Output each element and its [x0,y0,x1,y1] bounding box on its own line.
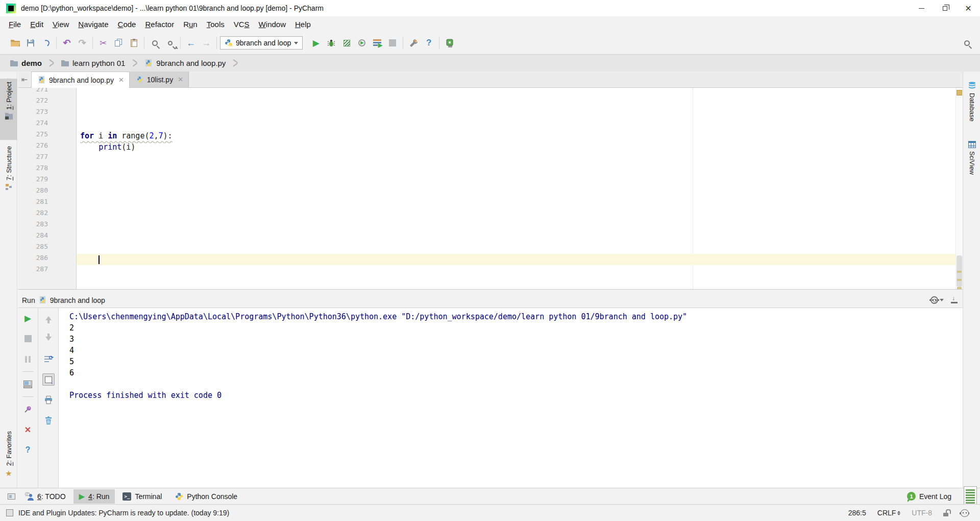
line-separator-select[interactable]: CRLF [877,509,901,517]
toolwindow-terminal[interactable]: >_ Terminal [117,490,167,503]
tool-window-switcher-icon[interactable] [5,490,17,503]
sidebar-item-project[interactable]: 1: Project [0,79,17,140]
menu-navigate[interactable]: Navigate [74,18,113,31]
replace-icon[interactable]: A [164,37,176,49]
stop-process-button[interactable] [22,333,34,345]
forward-icon[interactable]: → [200,37,212,49]
paste-icon[interactable] [128,37,140,49]
copy-icon[interactable] [112,37,125,49]
sync-icon[interactable] [40,37,52,49]
sidebar-item-database[interactable]: Database [963,79,980,135]
code-line[interactable] [77,108,955,119]
menu-help[interactable]: Help [290,18,315,31]
code-line[interactable] [77,164,955,175]
close-button[interactable]: ✕ [957,0,980,16]
close-panel-button[interactable]: ✕ [22,423,34,436]
run-settings-button[interactable] [930,296,944,304]
settings-wrench-icon[interactable] [407,37,420,49]
code-line[interactable] [77,119,955,130]
scroll-tabs-left-icon[interactable]: ⇤ [18,72,31,87]
breadcrumb-folder[interactable]: learn python 01 [58,59,128,67]
cut-icon[interactable]: ✂ [97,37,109,49]
menu-edit[interactable]: Edit [26,18,48,31]
menu-file[interactable]: File [4,18,26,31]
line-number[interactable]: 281 [18,198,76,209]
menu-window[interactable]: Window [254,18,290,31]
code-line[interactable] [77,220,955,231]
redo-icon[interactable]: ↷ [76,37,88,49]
menu-view[interactable]: View [48,18,74,31]
inspection-indicator[interactable] [957,90,962,96]
editor-scrollbar[interactable] [955,88,963,289]
code-line[interactable]: print(i) [77,141,955,153]
run-button[interactable]: ▶ [310,37,322,49]
line-number[interactable]: 275 [18,130,76,141]
restore-button[interactable] [933,0,957,16]
open-folder-icon[interactable] [9,37,21,49]
search-everywhere-icon[interactable] [961,37,973,49]
line-number[interactable]: 283 [18,220,76,231]
find-icon[interactable] [149,37,161,49]
code-line[interactable] [77,209,955,220]
sidebar-item-sciview[interactable]: SciView [963,138,980,189]
pause-output-button[interactable] [22,353,34,365]
line-number[interactable]: 271 [18,88,76,97]
menu-refactor[interactable]: Refactor [140,18,179,31]
run-configuration-select[interactable]: 9branch and loop [220,36,303,50]
update-indicator[interactable] [964,486,977,507]
profiler-button[interactable]: ▶ [356,37,368,49]
code-line[interactable] [77,265,955,276]
line-number[interactable]: 284 [18,231,76,243]
menu-run[interactable]: Run [179,18,202,31]
run-with-configurations-icon[interactable]: ▶ [371,37,383,49]
back-icon[interactable]: ← [185,37,197,49]
hide-panel-icon[interactable] [951,297,958,303]
breadcrumb-file[interactable]: 9branch and loop.py [141,59,229,67]
stripe-mark[interactable] [957,279,962,281]
code-editor[interactable]: 2712722732742752762772782792802812822832… [18,88,955,289]
status-message[interactable]: IDE and Plugin Updates: PyCharm is ready… [18,509,229,517]
event-log-button[interactable]: 1 Event Log [904,489,954,503]
lock-open-icon[interactable] [943,509,949,516]
code-line[interactable] [77,97,955,108]
code-line[interactable] [77,186,955,198]
print-button[interactable] [42,394,55,406]
line-number[interactable]: 277 [18,153,76,164]
code-line[interactable] [77,254,955,265]
stop-button[interactable] [386,37,399,49]
notification-icon[interactable] [6,509,13,516]
line-number[interactable]: 273 [18,108,76,119]
minimize-button[interactable] [910,0,933,16]
rerun-button[interactable]: ▶ [22,312,34,324]
line-number[interactable]: 272 [18,97,76,108]
inspections-hector-icon[interactable] [961,509,969,517]
line-number[interactable]: 287 [18,265,76,276]
run-console[interactable]: C:\Users\chenmengying\AppData\Local\Prog… [59,308,963,488]
close-tab-icon[interactable]: ✕ [177,76,183,83]
menu-vcs[interactable]: VCS [229,18,254,31]
line-number[interactable]: 282 [18,209,76,220]
code-area[interactable]: for i in range(2,7): print(i) [77,88,955,289]
up-stack-trace-button[interactable] [42,312,55,324]
line-number[interactable]: 280 [18,186,76,198]
debug-button[interactable] [325,37,337,49]
line-number[interactable]: 286 [18,254,76,265]
file-encoding[interactable]: UTF-8 [912,509,932,517]
sidebar-item-favorites[interactable]: 2: Favorites ★ [0,428,17,487]
soft-wrap-button[interactable]: ⟳ [42,353,55,365]
coverage-button[interactable] [340,37,353,49]
code-line[interactable] [77,243,955,254]
code-line[interactable] [77,153,955,164]
menu-tools[interactable]: Tools [202,18,229,31]
toolwindow-python-console[interactable]: Python Console [169,490,243,503]
toolwindow-todo[interactable]: 6: TODO [19,490,71,503]
scroll-to-end-button[interactable] [42,373,55,386]
save-icon[interactable] [24,37,37,49]
tab-9branch-and-loop[interactable]: 9branch and loop.py ✕ [31,72,130,88]
tab-10list[interactable]: 10list.py ✕ [130,72,189,87]
plugin-chip-icon[interactable] [444,37,456,49]
line-number[interactable]: 274 [18,119,76,130]
clear-all-button[interactable] [42,414,55,427]
code-line[interactable] [77,231,955,243]
menu-code[interactable]: Code [113,18,141,31]
